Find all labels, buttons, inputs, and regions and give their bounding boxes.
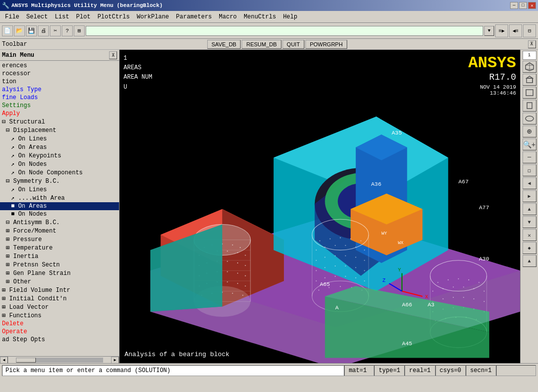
toolbar-collapse-btn[interactable]: ⊼ <box>528 40 536 48</box>
tree-item-rocessor[interactable]: rocessor <box>0 70 119 78</box>
toolbar-grid-icon[interactable]: ⊞ <box>74 25 85 36</box>
svg-rect-158 <box>527 78 533 83</box>
svg-point-31 <box>240 247 241 248</box>
powrgrph-button[interactable]: POWRGRPH <box>305 40 347 49</box>
svg-point-116 <box>442 298 443 299</box>
rt-3d-view-btn[interactable] <box>523 61 537 73</box>
maximize-button[interactable]: □ <box>519 2 527 9</box>
svg-point-66 <box>319 241 320 242</box>
main-menu-collapse-btn[interactable]: ⊼ <box>109 51 117 59</box>
tree-item-on-nodes-2[interactable]: ■ On Nodes <box>0 210 119 218</box>
rt-orient-btn[interactable]: ▲ <box>523 255 537 267</box>
minimize-button[interactable]: ─ <box>510 2 518 9</box>
svg-point-78 <box>324 257 325 258</box>
tree-item-initial-condit[interactable]: ⊞ Initial Condit'n <box>0 294 119 303</box>
command-dropdown-btn[interactable]: ▼ <box>484 26 494 36</box>
toolbar-save-icon[interactable]: 💾 <box>26 25 37 36</box>
title-bar-left: 🔧 ANSYS Multiphysics Utility Menu (beari… <box>2 2 163 9</box>
quit-button[interactable]: QUIT <box>282 40 304 49</box>
svg-point-118 <box>463 297 464 298</box>
toolbar-func3-btn[interactable]: ⊟ <box>523 24 536 37</box>
rt-pan-left-btn[interactable]: ◀ <box>523 177 537 189</box>
toolbar-help-icon[interactable]: ? <box>62 25 73 36</box>
rt-view-dropdown[interactable]: 1 <box>523 51 537 60</box>
tree-item-gen-plane-strain[interactable]: ⊞ Gen Plane Strain <box>0 269 119 277</box>
tree-item-on-nodes-1[interactable]: ↗ On Nodes <box>0 160 119 168</box>
tree-item-on-keypoints[interactable]: ↗ On Keypoints <box>0 151 119 160</box>
tree-item-load-vector[interactable]: ⊞ Load Vector <box>0 303 119 311</box>
tree-item-pretnsn-sectn[interactable]: ⊞ Pretnsn Sectn <box>0 261 119 269</box>
menu-plot[interactable]: Plot <box>73 12 94 21</box>
toolbar-print-icon[interactable]: 🖨 <box>38 25 49 36</box>
tree-item-displacement[interactable]: ⊟ Displacement <box>0 126 119 134</box>
tree-item-functions[interactable]: ⊞ Functions <box>0 311 119 320</box>
save-db-button[interactable]: SAVE_DB <box>207 40 241 49</box>
rt-front-view-btn[interactable] <box>523 87 537 99</box>
menu-plotctrls[interactable]: PlotCtrls <box>95 12 133 21</box>
close-button[interactable]: ✕ <box>528 2 536 9</box>
rt-pan-up-btn[interactable]: ▲ <box>523 203 537 215</box>
right-toolbar: 1 ⊕ 🔍+ ─ ◻ ◀ ▶ ▲ ▼ ✕ ◆ ▲ <box>520 50 538 363</box>
rt-pan-down-btn[interactable]: ▼ <box>523 216 537 228</box>
svg-point-70 <box>360 241 361 242</box>
rt-pan-right-btn[interactable]: ▶ <box>523 190 537 202</box>
tree-item-field-volume[interactable]: ⊞ Field Volume Intr <box>0 286 119 294</box>
svg-point-60 <box>242 295 243 296</box>
tree-item-temperature[interactable]: ⊞ Temperature <box>0 244 119 252</box>
tree-item-structural[interactable]: ⊟ Structural <box>0 118 119 126</box>
status-prompt[interactable]: Pick a menu item or enter a command (SOL… <box>2 365 344 376</box>
rt-top-view-btn[interactable] <box>523 113 537 125</box>
rt-isometric-btn[interactable] <box>523 74 537 86</box>
menu-file[interactable]: File <box>2 12 22 21</box>
tree-item-apply[interactable]: Apply <box>0 110 119 118</box>
rt-zoom-out-btn[interactable]: ─ <box>523 151 537 163</box>
rt-side-view-btn[interactable] <box>523 100 537 112</box>
tree-item-on-lines-2[interactable]: ↗ On Lines <box>0 185 119 194</box>
toolbar-cut-icon[interactable]: ✂ <box>50 25 61 36</box>
rt-rotate-btn[interactable]: ◆ <box>523 242 537 254</box>
tree-item-on-lines-1[interactable]: ↗ On Lines <box>0 134 119 143</box>
resum-db-button[interactable]: RESUM_DB <box>242 40 281 49</box>
tree-item-ad-step-opts[interactable]: ad Step Opts <box>0 336 119 344</box>
rt-zoom-all-btn[interactable]: ⊕ <box>523 126 537 137</box>
scroll-right-btn[interactable]: ▶ <box>111 357 119 364</box>
toolbar-func2-btn[interactable]: ◀≡ <box>509 24 522 37</box>
tree-item-other[interactable]: ⊞ Other <box>0 277 119 286</box>
status-secn: secn=1 <box>466 365 496 376</box>
tree-item-with-area[interactable]: ↗ ....with Area <box>0 194 119 202</box>
menu-workplane[interactable]: WorkPlane <box>134 12 172 21</box>
menu-macro[interactable]: Macro <box>216 12 240 21</box>
menu-list[interactable]: List <box>52 12 72 21</box>
rt-reset-btn[interactable]: ✕ <box>523 229 537 241</box>
tree-item-inertia[interactable]: ⊞ Inertia <box>0 252 119 261</box>
menu-help[interactable]: Help <box>280 12 300 21</box>
svg-point-42 <box>237 262 238 263</box>
tree-item-operate[interactable]: Operate <box>0 328 119 336</box>
tree-item-fine-loads[interactable]: fine Loads <box>0 94 119 102</box>
rt-zoom-in-btn[interactable]: 🔍+ <box>523 138 537 150</box>
tree-item-tion[interactable]: tion <box>0 78 119 86</box>
tree-item-settings[interactable]: Settings <box>0 102 119 110</box>
toolbar-new-icon[interactable]: 📄 <box>2 25 13 36</box>
scroll-left-btn[interactable]: ◀ <box>0 357 8 364</box>
rt-zoom-win-btn[interactable]: ◻ <box>523 164 537 176</box>
tree-item-force-moment[interactable]: ⊞ Force/Moment <box>0 227 119 235</box>
toolbar-label: Toolbar <box>2 41 27 48</box>
menu-select[interactable]: Select <box>23 12 51 21</box>
command-input[interactable] <box>86 26 483 36</box>
toolbar-open-icon[interactable]: 📂 <box>14 25 25 36</box>
tree-item-erences[interactable]: erences <box>0 62 119 70</box>
menu-menuctrls[interactable]: MenuCtrls <box>241 12 279 21</box>
tree-item-antisymm-bc[interactable]: ⊟ Antisymm B.C. <box>0 218 119 227</box>
tree-item-on-node-components[interactable]: ↗ On Node Components <box>0 168 119 177</box>
tree-item-alysis-type[interactable]: alysis Type <box>0 86 119 94</box>
svg-point-69 <box>350 238 351 239</box>
tree-item-on-areas-1[interactable]: ↗ On Areas <box>0 143 119 151</box>
tree-item-delete[interactable]: Delete <box>0 320 119 328</box>
toolbar-func1-btn[interactable]: ≡▶ <box>495 24 508 37</box>
menu-parameters[interactable]: Parameters <box>173 12 215 21</box>
scroll-thumb[interactable] <box>16 358 36 363</box>
tree-item-symmetry-bc[interactable]: ⊟ Symmetry B.C. <box>0 177 119 185</box>
tree-item-on-areas-selected[interactable]: ■ On Areas <box>0 202 119 210</box>
tree-item-pressure[interactable]: ⊞ Pressure <box>0 235 119 244</box>
